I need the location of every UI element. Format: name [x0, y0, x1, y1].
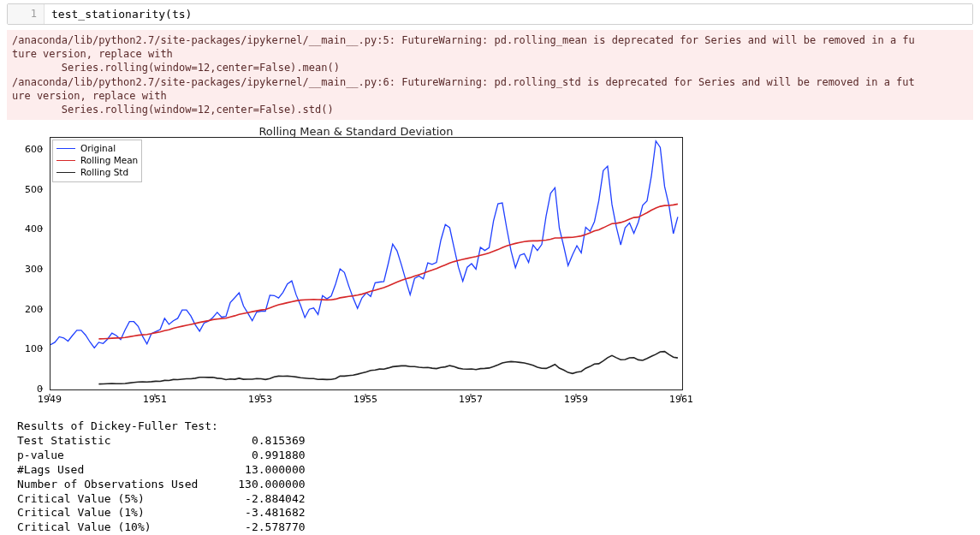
- y-axis-labels: 0100200300400500600: [17, 137, 46, 390]
- code-cell[interactable]: 1 test_stationarity(ts): [7, 3, 973, 25]
- series-line: [98, 352, 678, 384]
- stderr-warning: /anaconda/lib/python2.7/site-packages/ip…: [7, 30, 973, 120]
- prompt-number: 1: [31, 8, 37, 20]
- adf-results: Results of Dickey-Fuller Test: Test Stat…: [17, 419, 980, 535]
- chart-legend: OriginalRolling MeanRolling Std: [52, 140, 142, 182]
- legend-label: Rolling Std: [80, 166, 128, 178]
- series-line: [50, 141, 678, 348]
- series-line: [98, 205, 678, 340]
- chart-title: Rolling Mean & Standard Deviation: [17, 125, 695, 138]
- plot-area: OriginalRolling MeanRolling Std: [50, 137, 683, 390]
- plot-svg: [50, 138, 682, 389]
- legend-entry: Rolling Std: [56, 166, 138, 178]
- chart-figure: Rolling Mean & Standard Deviation 010020…: [17, 125, 695, 416]
- legend-swatch: [56, 148, 75, 149]
- x-axis-labels: 1949195119531955195719591961: [50, 390, 683, 407]
- legend-swatch: [56, 160, 75, 161]
- prompt-gutter: 1: [8, 4, 45, 24]
- code-input[interactable]: test_stationarity(ts): [45, 4, 972, 24]
- legend-entry: Original: [56, 142, 138, 154]
- legend-swatch: [56, 172, 75, 173]
- legend-label: Rolling Mean: [80, 154, 138, 166]
- legend-entry: Rolling Mean: [56, 154, 138, 166]
- legend-label: Original: [80, 142, 116, 154]
